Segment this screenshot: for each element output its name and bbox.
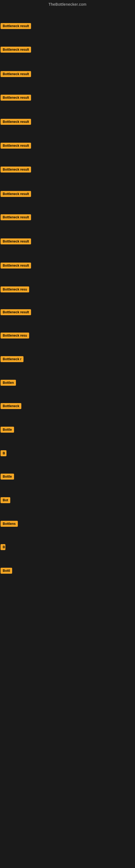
bottleneck-badge: Bottl	[1, 568, 12, 574]
bottleneck-badge: Bottleneck result	[1, 239, 31, 244]
bottleneck-badge: Bottleneck result	[1, 95, 31, 101]
bottleneck-badge: Bottlens	[1, 521, 18, 527]
bottleneck-result-item: Bottleneck	[1, 403, 21, 410]
bottleneck-badge: Bottleneck result	[1, 46, 31, 53]
bottleneck-result-item: Bottleneck result	[1, 23, 31, 30]
bottleneck-badge: Bottleneck result	[1, 71, 31, 77]
bottleneck-badge: Bottleneck result	[1, 309, 31, 315]
bottleneck-badge: Bottleneck r	[1, 356, 24, 362]
bottleneck-result-item: Bottleneck r	[1, 356, 24, 363]
bottleneck-result-item: Bottleneck result	[1, 239, 31, 246]
results-container: Bottleneck resultBottleneck resultBottle…	[0, 8, 135, 868]
bottleneck-result-item: Bottleneck result	[1, 214, 31, 221]
site-title: TheBottlenecker.com	[0, 0, 135, 8]
bottleneck-badge: Bottle	[1, 474, 14, 479]
bottleneck-result-item: Bottleneck result	[1, 95, 31, 102]
bottleneck-badge: B	[1, 544, 5, 550]
bottleneck-result-item: Bottleneck result	[1, 166, 31, 174]
bottleneck-badge: Bottleneck result	[1, 214, 31, 220]
bottleneck-badge: Bottleneck resu	[1, 286, 29, 292]
bottleneck-result-item: Bottleneck result	[1, 309, 31, 316]
bottleneck-badge: Bottle	[1, 427, 14, 433]
bottleneck-result-item: B	[1, 544, 5, 551]
bottleneck-result-item: Bottleneck result	[1, 191, 31, 198]
bottleneck-result-item: Bottleneck result	[1, 262, 31, 270]
bottleneck-badge: Bottleneck result	[1, 262, 31, 269]
bottleneck-result-item: Bottleneck result	[1, 143, 31, 150]
bottleneck-result-item: Bottlen	[1, 380, 16, 387]
bottleneck-result-item: Bottleneck result	[1, 71, 31, 78]
bottleneck-result-item: Bottl	[1, 568, 12, 575]
bottleneck-badge: Bottleneck result	[1, 119, 31, 125]
bottleneck-badge: B	[1, 450, 6, 456]
bottleneck-result-item: Bottleneck result	[1, 46, 31, 54]
bottleneck-badge: Bottleneck result	[1, 23, 31, 29]
bottleneck-badge: Bottleneck result	[1, 166, 31, 173]
bottleneck-badge: Bottleneck result	[1, 143, 31, 149]
bottleneck-badge: Bot	[1, 497, 10, 503]
bottleneck-result-item: Bottleneck result	[1, 119, 31, 126]
bottleneck-result-item: Bot	[1, 497, 10, 504]
bottleneck-result-item: B	[1, 450, 6, 457]
bottleneck-badge: Bottleneck	[1, 403, 21, 409]
bottleneck-result-item: Bottle	[1, 474, 14, 480]
bottleneck-result-item: Bottleneck resu	[1, 333, 29, 340]
bottleneck-result-item: Bottlens	[1, 521, 18, 528]
bottleneck-badge: Bottleneck result	[1, 191, 31, 197]
bottleneck-badge: Bottlen	[1, 380, 16, 386]
bottleneck-result-item: Bottleneck resu	[1, 286, 29, 293]
bottleneck-result-item: Bottle	[1, 427, 14, 434]
bottleneck-badge: Bottleneck resu	[1, 333, 29, 339]
